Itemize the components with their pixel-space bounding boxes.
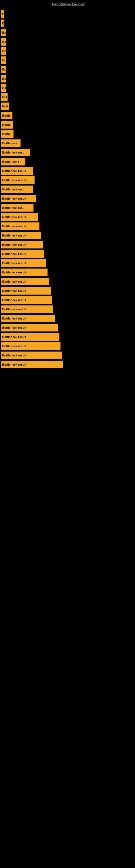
bar-item: Bottleneck result bbox=[1, 250, 44, 258]
bar-label: Bottleneck result bbox=[2, 225, 26, 228]
bar-item: Bottleneck result bbox=[1, 315, 55, 322]
bar-row: Bottleneck result bbox=[0, 231, 135, 239]
bar-item: Bottleneck resu bbox=[1, 204, 34, 212]
bar-label: Bo bbox=[2, 68, 6, 71]
bar-row: Bottleneck resu bbox=[0, 149, 135, 156]
bar-label: Bottle bbox=[2, 132, 10, 135]
bar-row: Bottleneck result bbox=[0, 296, 135, 304]
bar-row: Bottleneck result bbox=[0, 278, 135, 285]
bar-item: Bottleneck result bbox=[1, 296, 52, 304]
bar-row: Bottleneck result bbox=[0, 287, 135, 294]
bar-item: Bottleneck result bbox=[1, 278, 49, 285]
bar-label: Bottle bbox=[2, 114, 10, 117]
bar-item: Bottleneck result bbox=[1, 287, 51, 294]
bar-item: Bottleneck result bbox=[1, 269, 48, 276]
bar-label: Bo bbox=[2, 86, 6, 90]
bar-item: Bo bbox=[1, 29, 6, 36]
bar-label: Bottleneck resu bbox=[2, 151, 25, 154]
bar-item: Bottleneck result bbox=[1, 222, 39, 230]
bar-label: Bottleneck result bbox=[2, 280, 26, 283]
bar-row: Bottleneck result bbox=[0, 305, 135, 313]
bar-row: Bottleneck result bbox=[0, 351, 135, 359]
bar-label: Bottleneck result bbox=[2, 243, 26, 246]
bar-row: Bo bbox=[0, 66, 135, 73]
bar-row: Bo bbox=[0, 75, 135, 83]
bar-row: B bbox=[0, 10, 135, 18]
bar-label: Bottleneck r bbox=[2, 160, 19, 163]
bar-item: Bottleneck result bbox=[1, 305, 53, 313]
bar-row: Bottleneck result bbox=[0, 315, 135, 322]
bar-item: Bottle bbox=[1, 130, 13, 138]
bar-item: B bbox=[1, 10, 4, 18]
bar-row: Bottleneck result bbox=[0, 195, 135, 203]
bar-item: Bo bbox=[1, 38, 6, 45]
bar-label: Bo bbox=[2, 59, 6, 62]
bar-row: Bottleneck result bbox=[0, 342, 135, 350]
bar-label: Bottleneck result bbox=[2, 363, 26, 366]
bar-item: Bottleneck result bbox=[1, 241, 43, 248]
bar-row: Bo bbox=[0, 29, 135, 36]
bar-label: Bott bbox=[2, 105, 8, 108]
bar-row: Bot bbox=[0, 93, 135, 101]
bar-item: Bot bbox=[1, 93, 8, 101]
bar-label: Bottleneck result bbox=[2, 289, 26, 292]
bar-item: Bottleneck bbox=[1, 140, 20, 147]
bar-item: Bottle bbox=[1, 121, 13, 129]
bar-item: Bo bbox=[1, 84, 6, 92]
bar-row: Bottleneck result bbox=[0, 361, 135, 368]
bar-row: Bottle bbox=[0, 121, 135, 129]
bar-item: Bo bbox=[1, 47, 6, 55]
bar-label: Bottleneck result bbox=[2, 234, 26, 237]
bars-container: BBBoBoBoBoBoBoBoBotBottBottleBottleBottl… bbox=[0, 8, 135, 368]
bar-label: Bottle bbox=[2, 123, 10, 126]
bar-item: Bo bbox=[1, 56, 6, 64]
bar-row: Bottleneck result bbox=[0, 167, 135, 175]
bar-item: Bottle bbox=[1, 112, 12, 119]
bar-item: Bottleneck result bbox=[1, 176, 35, 184]
bar-row: Bottleneck result bbox=[0, 222, 135, 230]
bar-item: Bottleneck result bbox=[1, 342, 60, 350]
bar-item: Bott bbox=[1, 102, 9, 110]
bar-label: Bottleneck result bbox=[2, 354, 26, 357]
bar-label: Bottleneck resu bbox=[2, 206, 25, 209]
bar-row: B bbox=[0, 20, 135, 27]
bar-label: Bottleneck result bbox=[2, 179, 26, 182]
bar-row: Bottleneck result bbox=[0, 269, 135, 276]
bar-item: Bottleneck result bbox=[1, 361, 63, 368]
bar-label: Bottleneck result bbox=[2, 215, 26, 219]
bar-label: Bottleneck result bbox=[2, 326, 26, 329]
bar-label: Bottleneck result bbox=[2, 308, 26, 311]
bar-item: Bottleneck r bbox=[1, 158, 26, 165]
bar-label: Bottleneck bbox=[2, 142, 17, 145]
bar-item: Bottleneck result bbox=[1, 351, 62, 359]
bar-label: Bottleneck result bbox=[2, 261, 26, 265]
bar-label: Bottleneck result bbox=[2, 317, 26, 320]
bar-row: Bottle bbox=[0, 130, 135, 138]
bar-item: Bo bbox=[1, 66, 6, 73]
bar-item: Bottleneck resu bbox=[1, 149, 30, 156]
bar-row: Bottleneck result bbox=[0, 176, 135, 184]
bar-item: B bbox=[1, 20, 4, 27]
bar-row: Bo bbox=[0, 38, 135, 45]
bar-item: Bottleneck result bbox=[1, 333, 59, 341]
bar-label: Bo bbox=[2, 77, 6, 80]
bar-label: B bbox=[2, 12, 4, 16]
bar-label: Bot bbox=[2, 95, 7, 99]
bar-item: Bottleneck result bbox=[1, 259, 46, 267]
bar-row: Bo bbox=[0, 47, 135, 55]
bar-label: Bottleneck resu bbox=[2, 188, 25, 191]
bar-row: Bottleneck resu bbox=[0, 204, 135, 212]
bar-row: Bott bbox=[0, 102, 135, 110]
bar-row: Bottleneck result bbox=[0, 250, 135, 258]
bar-row: Bottleneck resu bbox=[0, 186, 135, 193]
bar-item: Bottleneck result bbox=[1, 213, 38, 221]
bar-row: Bottleneck result bbox=[0, 259, 135, 267]
bar-row: Bottleneck result bbox=[0, 241, 135, 248]
bar-label: Bottleneck result bbox=[2, 252, 26, 255]
bar-label: Bo bbox=[2, 50, 6, 53]
bar-row: Bottleneck result bbox=[0, 213, 135, 221]
bar-row: Bottleneck result bbox=[0, 324, 135, 332]
bar-item: Bottleneck result bbox=[1, 167, 33, 175]
bar-label: Bottleneck result bbox=[2, 197, 26, 200]
site-title: TheBottlenecker.com bbox=[0, 0, 135, 8]
